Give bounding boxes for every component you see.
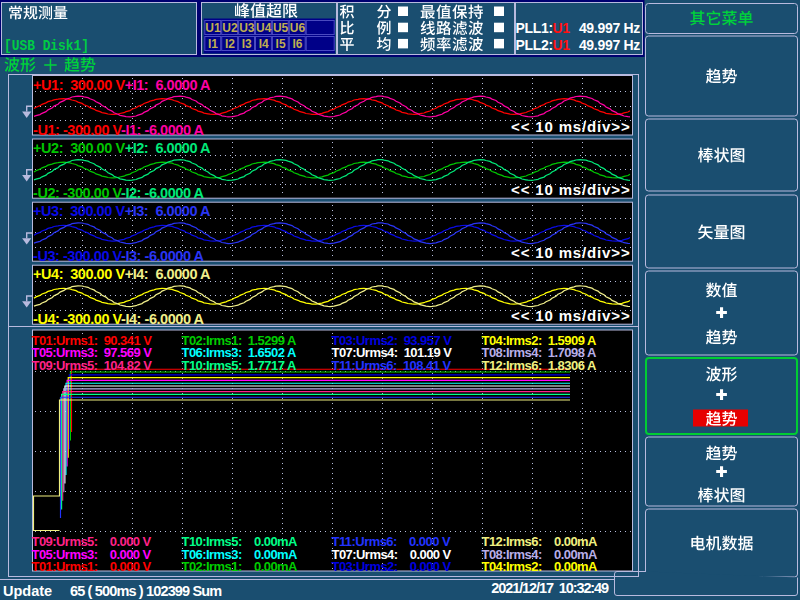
svg-text:T01:Urms1: 0.000 V: T01:Urms1: 0.000 V [32,559,152,574]
svg-text:+U4: 300.00 V+I4: 6.0000 A: +U4: 300.00 V+I4: 6.0000 A [33,266,211,282]
svg-text:I3: I3 [242,37,252,51]
svg-text:PLL1:: PLL1: [516,20,553,36]
svg-text:49.997 Hz: 49.997 Hz [579,37,640,53]
svg-text:U3: U3 [239,21,255,35]
svg-text:U1: U1 [553,37,571,53]
svg-text:U5: U5 [273,21,289,35]
svg-text:Update: Update [3,583,52,599]
svg-text:U4: U4 [256,21,272,35]
svg-text:[USB Disk1]: [USB Disk1] [4,37,89,55]
svg-text:+U1: 300.00 V+I1: 6.0000 A: +U1: 300.00 V+I1: 6.0000 A [33,77,211,93]
svg-text:T11:Urms6: 108.41 V: T11:Urms6: 108.41 V [332,358,452,373]
svg-text:<< 10 ms/div>>: << 10 ms/div>> [511,307,630,324]
svg-text:T02:Irms1: 0.00mA: T02:Irms1: 0.00mA [182,559,299,574]
svg-text:+U3: 300.00 V+I3: 6.0000 A: +U3: 300.00 V+I3: 6.0000 A [33,203,211,219]
svg-text:<< 10 ms/div>>: << 10 ms/div>> [511,118,630,135]
svg-text:-U3: -300.00 V-I3: -6.0000 A: -U3: -300.00 V-I3: -6.0000 A [33,248,205,264]
svg-text:-U4: -300.00 V-I4: -6.0000 A: -U4: -300.00 V-I4: -6.0000 A [33,311,205,327]
svg-text:T12:Irms6: 1.8306 A: T12:Irms6: 1.8306 A [482,358,597,373]
svg-text:2021/12/17 10:32:49: 2021/12/17 10:32:49 [491,580,609,596]
svg-text:U1: U1 [205,21,221,35]
svg-text:-U2: -300.00 V-I2: -6.0000 A: -U2: -300.00 V-I2: -6.0000 A [33,185,205,201]
svg-text:T09:Urms5: 104.82 V: T09:Urms5: 104.82 V [32,358,153,373]
svg-text:I5: I5 [276,37,286,51]
svg-text:I2: I2 [225,37,235,51]
svg-text:+U2: 300.00 V+I2: 6.0000 A: +U2: 300.00 V+I2: 6.0000 A [33,140,211,156]
svg-text:U6: U6 [290,21,306,35]
svg-text:<< 10 ms/div>>: << 10 ms/div>> [511,181,630,198]
svg-text:I6: I6 [292,37,302,51]
svg-text:I4: I4 [259,37,269,51]
svg-text:U2: U2 [222,21,238,35]
svg-text:I1: I1 [208,37,218,51]
svg-text:49.997 Hz: 49.997 Hz [579,20,640,36]
svg-text:T03:Urms2: 0.000 V: T03:Urms2: 0.000 V [332,559,452,574]
svg-text:U1: U1 [553,20,571,36]
svg-text:PLL2:: PLL2: [516,37,553,53]
svg-text:T10:Irms5: 1.7717 A: T10:Irms5: 1.7717 A [182,358,297,373]
svg-text:-U1: -300.00 V-I1: -6.0000 A: -U1: -300.00 V-I1: -6.0000 A [33,122,205,138]
svg-text:<< 10 ms/div>>: << 10 ms/div>> [511,244,630,261]
svg-text:65 ( 500ms ) 102399 Sum: 65 ( 500ms ) 102399 Sum [70,583,221,599]
svg-text:T04:Irms2: 0.00mA: T04:Irms2: 0.00mA [482,559,599,574]
